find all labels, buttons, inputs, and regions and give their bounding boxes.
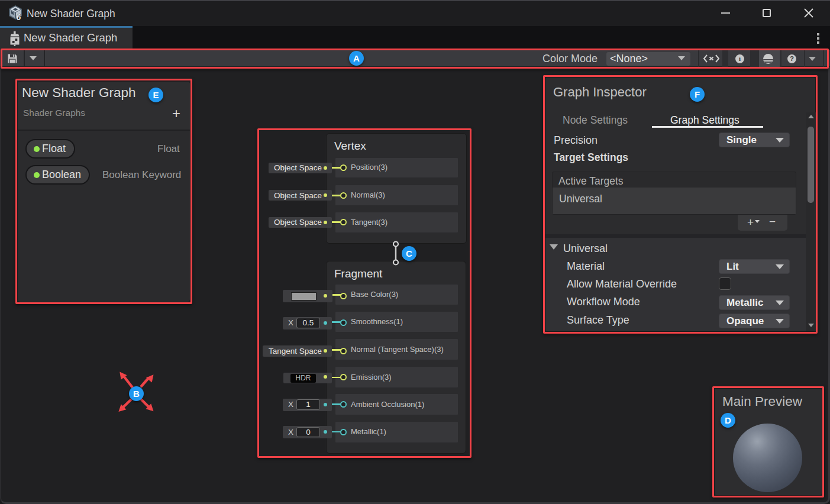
svg-text:6: 6 — [17, 12, 21, 21]
